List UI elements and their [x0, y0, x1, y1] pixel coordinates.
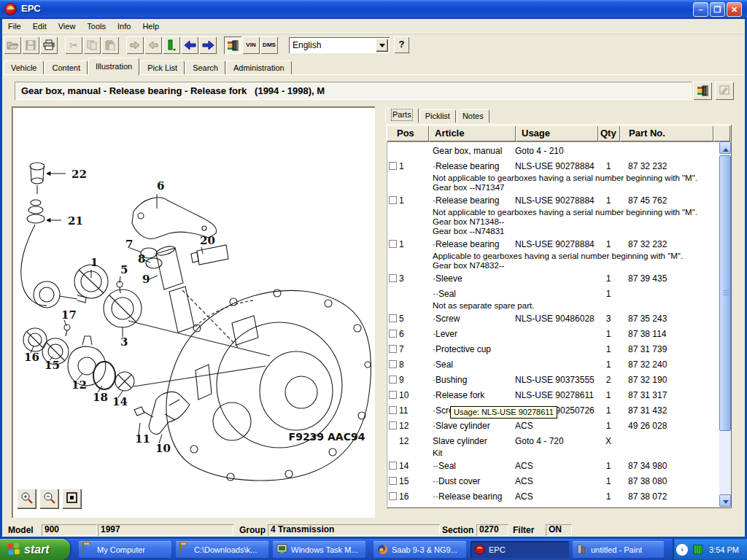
tray-collapse-icon[interactable]: ‹	[676, 544, 688, 556]
forward-button[interactable]	[199, 36, 217, 54]
table-row[interactable]: 9·BushingNLS-USE 90373555287 32 190	[387, 372, 719, 387]
row-checkbox[interactable]	[389, 240, 397, 248]
qty-value: X	[597, 436, 619, 446]
table-row[interactable]: Gear box, manualGoto 4 - 210	[387, 143, 719, 158]
back-button[interactable]	[181, 36, 198, 54]
exit-catalogue-button[interactable]	[224, 36, 241, 54]
column-header-usage[interactable]: Usage	[516, 125, 598, 141]
table-row[interactable]: 8·Seal187 32 240	[387, 357, 719, 372]
column-header-article[interactable]: Article	[429, 125, 516, 141]
table-row[interactable]: 3·Sleeve187 39 435	[387, 271, 719, 286]
start-button[interactable]: start	[0, 539, 70, 560]
vin-button[interactable]: VIN	[242, 36, 260, 54]
usage-value: NLS-USE 90278884	[515, 239, 597, 249]
taskbar-item-paint[interactable]: untitled - Paint	[573, 541, 664, 558]
tab-search[interactable]: Search	[185, 61, 225, 75]
row-checkbox[interactable]	[389, 314, 397, 322]
export-button[interactable]	[144, 36, 162, 54]
print-button[interactable]	[40, 36, 58, 54]
cut-button[interactable]: ✂	[65, 36, 82, 54]
table-row[interactable]: 1·Release bearingNLS-USE 90278884187 45 …	[387, 192, 719, 208]
filter-button[interactable]	[163, 36, 180, 54]
menu-edit[interactable]: Edit	[27, 20, 53, 32]
row-checkbox[interactable]	[389, 406, 397, 414]
menu-help[interactable]: Help	[136, 20, 165, 32]
taskbar-item-my-computer[interactable]: My Computer	[79, 541, 171, 558]
tab-vehicle[interactable]: Vehicle	[4, 61, 44, 75]
illustration-panel[interactable]: 22216782015917316151218141110 F9239 AAC9…	[12, 106, 375, 518]
copy-button[interactable]	[83, 36, 101, 54]
row-checkbox[interactable]	[389, 330, 397, 338]
tab-parts[interactable]: Parts	[385, 108, 419, 122]
column-header-pos[interactable]: Pos	[387, 125, 429, 141]
tab-picklist[interactable]: Picklist	[419, 109, 456, 122]
import-button[interactable]	[126, 36, 144, 54]
row-checkbox[interactable]	[389, 345, 397, 353]
row-checkbox[interactable]	[389, 360, 397, 368]
table-row[interactable]: 5·ScrewNLS-USE 90486028387 35 243	[387, 311, 719, 326]
row-checkbox[interactable]	[389, 492, 397, 500]
row-checkbox[interactable]	[389, 421, 397, 429]
tab-pick-list[interactable]: Pick List	[140, 61, 185, 75]
menu-view[interactable]: View	[53, 20, 82, 32]
table-row[interactable]: 14··SealACS187 34 980	[387, 458, 719, 473]
table-row[interactable]: 6·Lever187 38 114	[387, 326, 719, 341]
dms-label: DMS	[263, 42, 276, 48]
scroll-up-button[interactable]	[719, 141, 731, 154]
table-row[interactable]: ··Seal1	[387, 286, 719, 301]
taskbar-item-firefox[interactable]: Saab 9-3 & NG9...	[374, 541, 466, 558]
tab-content[interactable]: Content	[44, 61, 88, 75]
table-row[interactable]: 12·Slave cylinderACS149 26 028	[387, 418, 719, 433]
tray-status-icon[interactable]	[693, 545, 703, 554]
taskbar-item-task-manager[interactable]: Windows Task M...	[273, 541, 365, 558]
header-edit-button[interactable]	[715, 82, 734, 100]
taskbar-item-downloads[interactable]: C:\Downloads\k...	[176, 541, 268, 558]
tab-notes[interactable]: Notes	[457, 109, 489, 122]
table-row[interactable]: 15··Dust coverACS187 38 080	[387, 473, 719, 489]
help-button[interactable]: ?	[394, 36, 409, 53]
table-row[interactable]: 1·Release bearingNLS-USE 90278884187 32 …	[387, 158, 719, 174]
menu-file[interactable]: File	[2, 20, 27, 32]
menu-tools[interactable]: Tools	[81, 20, 112, 32]
combo-dropdown-icon[interactable]	[376, 39, 388, 52]
tab-administration[interactable]: Administration	[226, 61, 292, 75]
callout-17: 17	[61, 308, 77, 322]
zoom-out-button[interactable]	[39, 489, 59, 509]
table-row[interactable]: 10·Release forkNLS-USE 90278611187 31 31…	[387, 387, 719, 402]
column-header-part-no[interactable]: Part No.	[620, 125, 713, 141]
table-row[interactable]: 1·Release bearingNLS-USE 90278884187 32 …	[387, 236, 719, 252]
scroll-up-icon	[723, 145, 729, 152]
row-checkbox[interactable]	[389, 196, 397, 204]
menu-info[interactable]: Info	[112, 20, 136, 32]
column-header-qty[interactable]: Qty	[598, 125, 620, 141]
row-checkbox[interactable]	[389, 162, 397, 170]
fit-view-button[interactable]	[62, 489, 82, 509]
open-button[interactable]	[4, 36, 21, 54]
paste-button[interactable]	[101, 36, 119, 54]
restore-button[interactable]: ❐	[710, 2, 725, 17]
row-checkbox[interactable]	[389, 376, 397, 384]
table-row[interactable]: 12Slave cylinderGoto 4 - 720X	[387, 433, 719, 448]
zoom-in-button[interactable]	[17, 489, 36, 509]
minimize-button[interactable]: –	[693, 2, 708, 17]
qty-value: 1	[597, 476, 619, 486]
part-no-value: 87 32 232	[619, 161, 714, 171]
taskbar-item-epc[interactable]: EPC	[471, 541, 569, 558]
row-checkbox[interactable]	[389, 274, 397, 282]
language-combo[interactable]: English	[289, 37, 390, 53]
dms-button[interactable]: DMS	[260, 36, 278, 54]
scrollbar-thumb[interactable]	[719, 155, 731, 431]
table-row[interactable]: 16··Release bearingACS187 38 072	[387, 489, 719, 504]
row-checkbox[interactable]	[389, 477, 397, 485]
save-button[interactable]	[22, 36, 39, 54]
header-exit-button[interactable]	[693, 82, 712, 100]
table-row[interactable]: 7·Protective cup187 31 739	[387, 341, 719, 357]
tab-illustration[interactable]: Illustration	[88, 58, 139, 75]
qty-value: 1	[597, 390, 619, 400]
scroll-down-button[interactable]	[719, 494, 731, 507]
close-button[interactable]: ✕	[727, 2, 742, 17]
row-checkbox[interactable]	[389, 391, 397, 399]
callout-15: 15	[44, 359, 60, 372]
vertical-scrollbar[interactable]	[719, 141, 731, 507]
row-checkbox[interactable]	[389, 462, 397, 470]
